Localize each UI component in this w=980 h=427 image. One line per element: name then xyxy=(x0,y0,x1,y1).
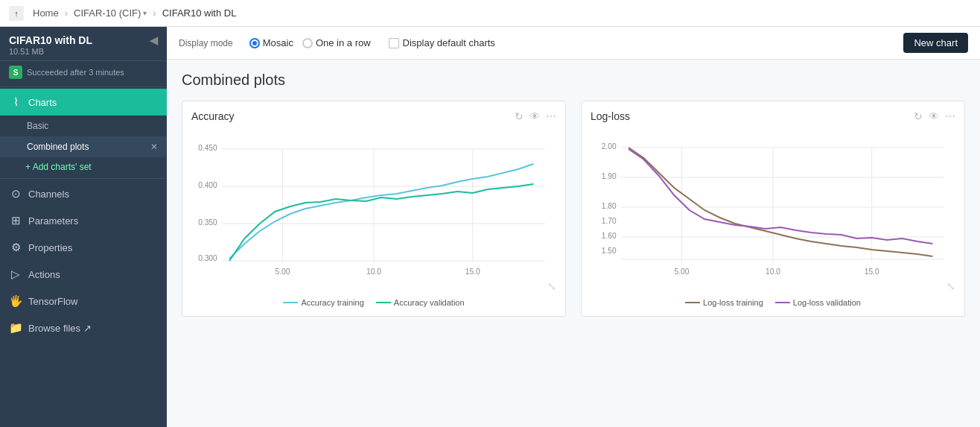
display-default-charts-checkbox[interactable]: Display default charts xyxy=(389,37,495,48)
accuracy-chart-actions: ↻ 👁 ⋯ xyxy=(515,110,556,122)
main-layout: CIFAR10 with DL ◀ 10.51 MB S Succeeded a… xyxy=(0,27,980,427)
svg-text:5.00: 5.00 xyxy=(675,268,690,276)
sidebar-add-charts[interactable]: + Add charts' set xyxy=(0,157,167,177)
display-mode-label: Display mode xyxy=(179,38,233,48)
toolbar: Display mode Mosaic One in a row Display… xyxy=(167,27,980,60)
svg-text:5.00: 5.00 xyxy=(276,268,290,276)
sidebar-title-text: CIFAR10 with DL xyxy=(9,34,92,46)
sidebar-header: CIFAR10 with DL ◀ 10.51 MB xyxy=(0,27,167,61)
sidebar-item-channels[interactable]: ⊙ Channels xyxy=(0,180,167,207)
sidebar-item-parameters-label: Parameters xyxy=(28,215,78,227)
checkbox-label: Display default charts xyxy=(403,37,495,48)
svg-text:2.00: 2.00 xyxy=(602,142,617,151)
svg-text:15.0: 15.0 xyxy=(865,268,879,276)
legend-accuracy-validation: Accuracy validation xyxy=(376,298,465,307)
sidebar-item-properties[interactable]: ⚙ Properties xyxy=(0,234,167,261)
status-text: Succeeded after 3 minutes xyxy=(27,68,124,77)
svg-text:0.450: 0.450 xyxy=(198,144,217,152)
logloss-chart-card: Log-loss ↻ 👁 ⋯ 2.00 1.90 1.80 xyxy=(581,101,965,317)
svg-text:0.400: 0.400 xyxy=(198,181,217,189)
nav-home[interactable]: Home xyxy=(33,7,59,19)
sidebar-item-actions[interactable]: ▷ Actions xyxy=(0,261,167,288)
nav-project[interactable]: CIFAR-10 (CIF) ▾ xyxy=(74,7,147,19)
accuracy-chart-title: Accuracy xyxy=(191,110,235,122)
radio-mosaic[interactable]: Mosaic xyxy=(249,37,293,48)
sidebar-item-tensorflow[interactable]: 🖐 TensorFlow xyxy=(0,288,167,314)
main-content: Display mode Mosaic One in a row Display… xyxy=(167,27,980,427)
display-mode-radios: Mosaic One in a row xyxy=(249,37,371,48)
svg-text:1.60: 1.60 xyxy=(602,232,617,240)
sidebar-item-charts[interactable]: ⌇ Charts xyxy=(0,89,167,116)
channels-icon: ⊙ xyxy=(9,187,22,200)
logloss-refresh-icon[interactable]: ↻ xyxy=(914,110,923,122)
radio-mosaic-label: Mosaic xyxy=(263,37,293,48)
sidebar: CIFAR10 with DL ◀ 10.51 MB S Succeeded a… xyxy=(0,27,167,427)
accuracy-chart-area: 0.450 0.400 0.350 0.300 5.00 10.0 xyxy=(191,128,556,292)
logloss-chart-actions: ↻ 👁 ⋯ xyxy=(914,110,955,122)
close-icon[interactable]: ✕ xyxy=(150,142,158,152)
svg-text:0.300: 0.300 xyxy=(198,254,217,262)
topnav: ↑ Home › CIFAR-10 (CIF) ▾ › CIFAR10 with… xyxy=(0,0,980,27)
sidebar-subitem-basic[interactable]: Basic xyxy=(0,116,167,136)
parameters-icon: ⊞ xyxy=(9,214,22,227)
logloss-chart-area: 2.00 1.90 1.80 1.70 1.60 1.50 xyxy=(591,128,955,292)
charts-icon: ⌇ xyxy=(9,95,22,109)
chevron-down-icon: ▾ xyxy=(143,9,147,17)
radio-one-in-row-label: One in a row xyxy=(316,37,371,48)
svg-text:10.0: 10.0 xyxy=(366,268,381,276)
radio-one-in-row[interactable]: One in a row xyxy=(302,37,371,48)
logloss-svg: 2.00 1.90 1.80 1.70 1.60 1.50 xyxy=(591,128,955,292)
sidebar-item-properties-label: Properties xyxy=(28,242,72,253)
svg-text:10.0: 10.0 xyxy=(766,268,780,276)
charts-grid: Accuracy ↻ 👁 ⋯ 0.450 0.400 0.350 xyxy=(182,101,965,317)
tensorflow-icon: 🖐 xyxy=(9,294,22,308)
up-icon[interactable]: ↑ xyxy=(9,6,24,21)
logloss-chart-legend: Log-loss training Log-loss validation xyxy=(591,298,955,307)
accuracy-corner-resize-icon: ⤡ xyxy=(547,280,556,292)
logloss-more-icon[interactable]: ⋯ xyxy=(945,110,955,122)
accuracy-chart-card: Accuracy ↻ 👁 ⋯ 0.450 0.400 0.350 xyxy=(182,101,566,317)
sidebar-item-channels-label: Channels xyxy=(28,189,69,200)
legend-logloss-training-label: Log-loss training xyxy=(703,298,763,307)
accuracy-svg: 0.450 0.400 0.350 0.300 5.00 10.0 xyxy=(191,128,556,292)
nav-experiment: CIFAR10 with DL xyxy=(162,7,237,19)
legend-accuracy-validation-line xyxy=(376,302,391,303)
section-title: Combined plots xyxy=(182,72,965,89)
accuracy-eye-icon[interactable]: 👁 xyxy=(529,110,540,122)
actions-icon: ▷ xyxy=(9,268,22,281)
legend-accuracy-training-line xyxy=(283,302,298,303)
sidebar-item-browse[interactable]: 📁 Browse files ↗ xyxy=(0,314,167,341)
sidebar-item-actions-label: Actions xyxy=(28,269,60,280)
radio-one-in-row-dot xyxy=(302,38,313,48)
browse-icon: 📁 xyxy=(9,321,22,335)
svg-text:1.50: 1.50 xyxy=(602,247,617,255)
logloss-corner-resize-icon: ⤡ xyxy=(946,280,955,292)
sidebar-collapse-icon[interactable]: ◀ xyxy=(150,34,158,46)
legend-logloss-training: Log-loss training xyxy=(685,298,763,307)
properties-icon: ⚙ xyxy=(9,241,22,254)
sidebar-subitem-combined-plots[interactable]: Combined plots ✕ xyxy=(0,136,167,157)
checkbox-box xyxy=(389,38,399,48)
accuracy-refresh-icon[interactable]: ↻ xyxy=(515,110,524,122)
legend-accuracy-training: Accuracy training xyxy=(283,298,363,307)
status-badge: S xyxy=(9,66,22,79)
accuracy-chart-legend: Accuracy training Accuracy validation xyxy=(191,298,556,307)
svg-text:0.350: 0.350 xyxy=(198,218,217,227)
sidebar-status: S Succeeded after 3 minutes xyxy=(0,61,167,85)
svg-text:15.0: 15.0 xyxy=(465,268,480,276)
logloss-eye-icon[interactable]: 👁 xyxy=(929,110,939,122)
nav-sep-1: › xyxy=(65,7,68,19)
legend-logloss-validation: Log-loss validation xyxy=(775,298,861,307)
svg-text:1.70: 1.70 xyxy=(602,217,617,225)
sidebar-item-tensorflow-label: TensorFlow xyxy=(28,296,77,307)
new-chart-button[interactable]: New chart xyxy=(903,33,968,53)
sidebar-size: 10.51 MB xyxy=(9,47,158,56)
svg-text:1.90: 1.90 xyxy=(602,172,617,180)
legend-logloss-training-line xyxy=(685,302,700,303)
accuracy-more-icon[interactable]: ⋯ xyxy=(546,110,556,122)
content-area: Combined plots Accuracy ↻ 👁 ⋯ xyxy=(167,60,980,427)
logloss-chart-header: Log-loss ↻ 👁 ⋯ xyxy=(591,110,955,122)
radio-mosaic-dot xyxy=(249,38,260,48)
sidebar-item-parameters[interactable]: ⊞ Parameters xyxy=(0,207,167,234)
sidebar-item-charts-label: Charts xyxy=(28,97,57,108)
